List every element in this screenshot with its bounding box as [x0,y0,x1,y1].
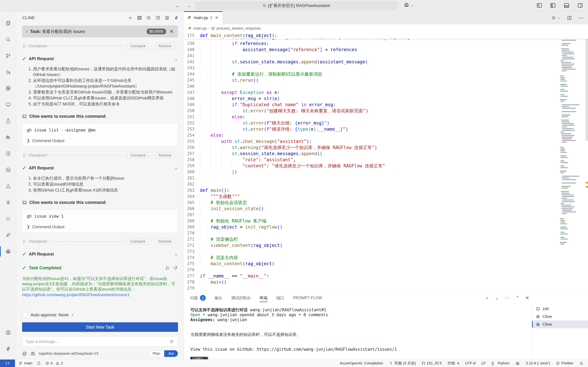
code-line[interactable]: 261 [184,175,559,181]
activity-jupyter-icon[interactable] [0,211,16,227]
compare-button[interactable]: Compare [127,239,148,244]
activity-search-icon[interactable] [0,31,16,48]
toggle-sidebar-right-icon[interactable] [577,2,583,8]
code-line[interactable]: 249if "Duplicated chat name" in error_ms… [184,102,559,108]
open-in-editor-icon[interactable] [156,16,160,20]
code-line[interactable]: 273 [184,248,559,255]
copilot-status-icon[interactable] [515,361,520,366]
code-line[interactable]: 267 [184,212,559,218]
code-line[interactable]: 270 [184,230,559,236]
toggle-sidebar-left-icon[interactable] [550,2,556,8]
code-line[interactable]: 244# 添加重新运行，强制刷新UI以显示最新消息 [184,71,559,77]
message-input[interactable] [25,339,170,344]
code-line[interactable]: 279 [184,285,559,291]
commit-status[interactable]: 军舰 (3 天前) [389,361,416,366]
maximize-panel-icon[interactable]: ⌃ [516,295,519,300]
code-line[interactable]: 250st.error("创建聊天失败: 聊天名称重复，请尝试刷新页面") [184,108,559,114]
chevron-down-icon[interactable]: ⌄ [558,16,561,20]
activity-cline-icon[interactable] [0,243,16,260]
activity-snowflake-icon[interactable] [0,194,16,211]
api-request-header[interactable]: ✓ API Request ⌄ [22,56,178,62]
activity-source-control-icon[interactable] [0,48,16,64]
code-line[interactable]: 245st.rerun() [184,77,559,83]
restore-button[interactable]: Restore [156,239,174,244]
api-request-header[interactable]: ✓ API Request ⌄ [22,251,178,257]
restore-button[interactable]: Restore [156,152,174,158]
code-line[interactable]: 277if __name__ == "__main__": [184,273,559,279]
settings-gear-icon[interactable] [174,16,179,20]
indentation-status[interactable]: 空格: 4 [448,361,459,366]
send-icon[interactable] [170,339,175,344]
command-output-toggle[interactable]: ❯ Command Output [27,138,173,143]
sticky-scroll-line[interactable]: 175def main_content(rag_object): [184,32,588,39]
run-python-file-button[interactable]: ⌄ [551,15,561,20]
panel-tab-问题[interactable]: 问题2 [190,292,206,303]
breadcrumb-file[interactable]: main.py [193,26,207,31]
code-line[interactable]: 263def main(): [184,187,559,193]
code-line[interactable]: 257st.session_state.messages.append({ [184,150,559,157]
more-actions-icon[interactable]: ⋯ [579,15,584,21]
panel-tab-终端[interactable]: 终端 [260,292,268,303]
activity-docker-icon[interactable] [0,129,16,145]
close-panel-icon[interactable]: ✕ [525,295,529,300]
code-editor[interactable]: 175def main_content(rag_object): 238assi… [184,32,588,292]
code-line[interactable]: 265# 初始化会话状态 [184,200,559,206]
copilot-menu[interactable]: ⌄ [404,2,413,8]
start-new-task-button[interactable]: Start New Task [22,322,178,332]
code-line[interactable]: 278main() [184,279,559,285]
terminal-list-item-Cline[interactable]: Cline [532,313,588,320]
cursor-position[interactable]: 行 151, 列 5 [422,361,442,366]
terminal-list-item-zsh[interactable]: zsh [532,305,588,313]
sync-icon[interactable] [37,361,41,365]
nav-forward-icon[interactable]: → [186,3,191,8]
code-line[interactable]: 242st.session_state.messages.append(assi… [184,59,559,65]
mention-icon[interactable]: @ [22,351,27,356]
code-line[interactable]: 271# 渲染侧边栏 [184,236,559,242]
thumbs-up-icon[interactable] [165,266,170,270]
tab-main-py[interactable]: main.py 2 ✕ [184,11,223,24]
new-terminal-icon[interactable]: ＋ [485,295,489,301]
code-line[interactable]: 246 [184,83,559,89]
terminal-list-item-Cline[interactable]: Cline [532,320,588,328]
restore-button[interactable]: Restore [156,43,174,49]
activity-azure-icon[interactable] [0,178,16,194]
code-line[interactable]: 259"content": "请先选择至少一个知识库，并确保 RAGFlow 连… [184,163,559,169]
code-line[interactable]: 243 [184,65,559,71]
layout-grid-icon[interactable] [536,2,542,8]
python-interpreter[interactable]: 3.10.9 ('.venv') [526,361,550,366]
close-task-icon[interactable]: ✕ [169,29,174,34]
eol-status[interactable]: LF [481,361,486,366]
remote-indicator[interactable] [0,359,15,367]
activity-github-icon[interactable] [0,162,16,178]
editor-scrollbar[interactable] [586,32,588,292]
code-line[interactable]: 247except Exception as e: [184,89,559,95]
panel-tab-输出[interactable]: 输出 [215,292,222,303]
terminal-dropdown-icon[interactable]: ⌄ [495,295,499,300]
encoding-status[interactable]: UTF-8 [465,361,476,366]
activity-remote-explorer-icon[interactable] [0,97,16,113]
breadcrumb[interactable]: main.py › process_stream_response [184,24,588,32]
panel-tab-调试控制台[interactable]: 调试控制台 [231,292,251,303]
code-line[interactable]: 275main_content(rag_object) [184,261,559,267]
thumbs-down-icon[interactable] [173,266,178,270]
code-line[interactable]: 268# 初始化 RAGFlow 客户端 [184,218,559,224]
code-line[interactable]: 262 [184,181,559,187]
mcp-servers-icon[interactable] [137,16,142,20]
more-icon[interactable]: ⋯ [505,295,509,300]
notifications-bell-icon[interactable] [579,361,584,366]
code-line[interactable]: 266init_session_state() [184,206,559,212]
activity-explorer-icon[interactable] [0,15,16,31]
language-mode[interactable]: {} Python [492,361,509,366]
account-icon[interactable] [165,16,169,20]
code-line[interactable]: 269rag_object = init_ragflow() [184,224,559,230]
api-request-header[interactable]: ✓ API Request ⌄ [22,165,178,171]
issue-link[interactable]: https://github.com/wang-junjian/RAGFlowA… [22,292,178,297]
nav-back-icon[interactable]: ← [175,3,180,8]
code-line[interactable]: 248error_msg = str(e) [184,95,559,102]
activity-settings-icon[interactable] [0,341,16,357]
activity-leaf-icon[interactable] [0,227,16,243]
branch-indicator[interactable]: main [19,361,32,366]
activity-codegeex-icon[interactable] [0,145,16,162]
panel-tab-端口[interactable]: 端口 [276,292,284,303]
code-line[interactable]: 274# 渲染主内容 [184,255,559,261]
